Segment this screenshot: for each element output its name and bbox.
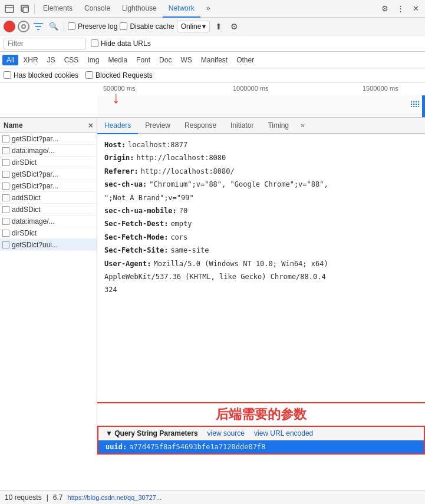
list-item[interactable]: addSDict	[0, 204, 97, 215]
type-btn-img[interactable]: Img	[83, 55, 103, 65]
header-row: Host: localhost:8877	[104, 139, 418, 151]
upload-har-icon[interactable]: ⬆	[212, 20, 225, 33]
type-btn-manifest[interactable]: Manifest	[197, 55, 232, 65]
view-source-link[interactable]: view source	[207, 429, 245, 437]
disable-cache-label[interactable]: Disable cache	[120, 22, 174, 31]
header-val: http://localhost:8080/	[141, 165, 235, 177]
item-checkbox[interactable]	[2, 147, 9, 154]
view-url-encoded-link[interactable]: view URL encoded	[254, 429, 313, 437]
type-btn-font[interactable]: Font	[132, 55, 154, 65]
list-item[interactable]: getSDict?par...	[0, 133, 97, 145]
header-key: User-Agent:	[104, 258, 151, 270]
type-btn-all[interactable]: All	[2, 55, 18, 65]
blocked-cookies-label[interactable]: Has blocked cookies	[4, 71, 78, 79]
close-details-button[interactable]: ×	[88, 121, 93, 130]
preserve-log-checkbox[interactable]	[68, 22, 75, 30]
tab-more[interactable]: »	[200, 0, 216, 18]
name-column-header: Name	[4, 121, 23, 130]
devtools-undock-icon[interactable]	[18, 2, 32, 16]
list-item[interactable]: data:image/...	[0, 145, 97, 157]
blocked-cookies-checkbox[interactable]	[4, 71, 11, 79]
header-row: AppleWebKit/537.36 (KHTML, like Gecko) C…	[104, 271, 418, 283]
type-btn-js[interactable]: JS	[43, 55, 60, 65]
list-item[interactable]: dirSDict	[0, 227, 97, 239]
tab-preview[interactable]: Preview	[138, 118, 177, 134]
hide-data-urls-label[interactable]: Hide data URLs	[91, 39, 151, 48]
type-btn-xhr[interactable]: XHR	[19, 55, 42, 65]
item-checkbox[interactable]	[2, 241, 9, 248]
network-settings-icon[interactable]: ⚙	[228, 20, 240, 33]
type-btn-doc[interactable]: Doc	[155, 55, 176, 65]
item-name: getSDict?par...	[12, 135, 94, 143]
header-row: sec-ch-ua-mobile: ?0	[104, 205, 418, 217]
sep2	[64, 21, 64, 32]
hide-data-urls-checkbox[interactable]	[91, 39, 98, 47]
type-btn-css[interactable]: CSS	[60, 55, 83, 65]
header-val: ?0	[179, 205, 187, 217]
list-item[interactable]: getSDict?par...	[0, 168, 97, 180]
header-key: Origin:	[104, 152, 134, 164]
header-val: Mozilla/5.0 (Windows NT 10.0; Win64; x64…	[153, 258, 328, 270]
filter-icon[interactable]	[32, 20, 45, 33]
devtools-dock-icon[interactable]	[2, 2, 17, 16]
svg-rect-0	[5, 5, 14, 12]
main-split: Name × getSDict?par... data:image/... di…	[0, 118, 425, 455]
item-checkbox[interactable]	[2, 135, 9, 142]
list-item[interactable]: getSDict?uui...	[0, 239, 97, 251]
tab-network[interactable]: Network	[163, 0, 200, 18]
item-checkbox[interactable]	[2, 159, 9, 166]
item-checkbox[interactable]	[2, 206, 9, 213]
requests-list: getSDict?par... data:image/... dirSDict …	[0, 133, 97, 455]
list-item[interactable]: data:image/...	[0, 215, 97, 227]
details-tabs-more[interactable]: »	[296, 118, 309, 133]
search-icon[interactable]: 🔍	[47, 20, 60, 33]
filter-bar: Hide data URLs	[0, 35, 425, 52]
type-btn-other[interactable]: Other	[232, 55, 258, 65]
filter-input[interactable]	[4, 38, 86, 49]
header-row: ";Not A Brand";v="99"	[104, 192, 418, 204]
type-btn-ws[interactable]: WS	[176, 55, 196, 65]
item-checkbox[interactable]	[2, 230, 9, 237]
header-val: cors	[170, 231, 187, 243]
header-row: Sec-Fetch-Dest: empty	[104, 218, 418, 230]
more-options-icon[interactable]: ⋮	[393, 2, 407, 16]
tab-headers[interactable]: Headers	[97, 118, 138, 134]
item-name: addSDict	[12, 194, 94, 202]
svg-rect-3	[23, 7, 28, 12]
blocked-requests-label[interactable]: Blocked Requests	[85, 71, 153, 79]
list-item[interactable]: getSDict?par...	[0, 180, 97, 192]
header-val: localhost:8877	[128, 139, 187, 151]
item-name: addSDict	[12, 205, 94, 214]
disable-cache-checkbox[interactable]	[120, 22, 127, 30]
header-key: sec-ch-ua-mobile:	[104, 205, 177, 217]
details-panel: Headers Preview Response Initiator Timin…	[97, 118, 425, 455]
tab-initiator[interactable]: Initiator	[223, 118, 261, 134]
sep1	[34, 4, 35, 14]
header-val: AppleWebKit/537.36 (KHTML, like Gecko) C…	[104, 271, 326, 283]
item-checkbox[interactable]	[2, 194, 9, 201]
throttle-select[interactable]: Online ▾	[177, 21, 210, 32]
clear-button[interactable]	[18, 21, 29, 32]
item-checkbox[interactable]	[2, 218, 9, 225]
header-val: "Chromium";v="88", "Google Chrome";v="88…	[149, 178, 328, 190]
tab-elements[interactable]: Elements	[37, 0, 78, 18]
record-button[interactable]	[4, 21, 15, 32]
settings-icon[interactable]: ⚙	[378, 2, 392, 16]
list-item[interactable]: dirSDict	[0, 157, 97, 168]
list-item[interactable]: addSDict	[0, 192, 97, 204]
item-checkbox[interactable]	[2, 171, 9, 178]
blocked-requests-checkbox[interactable]	[85, 71, 93, 79]
close-devtools-icon[interactable]: ✕	[408, 2, 423, 16]
tab-timing[interactable]: Timing	[261, 118, 296, 134]
item-name: getSDict?par...	[12, 170, 94, 178]
timeline-area: 500000 ms 1000000 ms 1500000 ms ⠿⠿ ↓	[0, 82, 425, 118]
tab-lighthouse[interactable]: Lighthouse	[116, 0, 163, 18]
timeline-bar-area[interactable]: ⠿⠿	[97, 95, 425, 117]
header-key: Sec-Fetch-Dest:	[104, 218, 168, 230]
type-btn-media[interactable]: Media	[104, 55, 131, 65]
red-arrow-annotation: ↓	[112, 88, 120, 107]
preserve-log-label[interactable]: Preserve log	[68, 22, 117, 31]
tab-response[interactable]: Response	[177, 118, 223, 134]
tab-console[interactable]: Console	[78, 0, 116, 18]
item-checkbox[interactable]	[2, 183, 9, 190]
